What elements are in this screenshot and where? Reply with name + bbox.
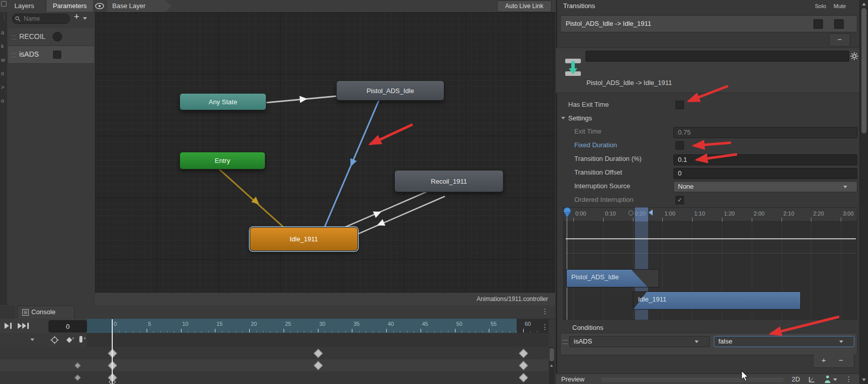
axis-gizmo-icon[interactable] bbox=[808, 376, 815, 383]
scroll-up-icon[interactable] bbox=[550, 364, 553, 367]
timeline-tick-mark bbox=[603, 218, 604, 222]
preview-bar[interactable]: Preview 2D ⋮ bbox=[556, 373, 859, 384]
dopesheet-row[interactable] bbox=[0, 359, 549, 372]
curves-dropdown-icon[interactable] bbox=[30, 338, 34, 341]
playhead-pin-icon[interactable] bbox=[562, 206, 572, 219]
add-keyframe-icon[interactable]: + bbox=[66, 336, 75, 344]
drag-handle-icon[interactable] bbox=[11, 35, 16, 39]
panel-menu-dots-icon[interactable]: ⋮ bbox=[541, 307, 549, 315]
inspector-scrollbar[interactable] bbox=[859, 0, 868, 384]
scrollbar-thumb[interactable] bbox=[550, 348, 554, 361]
timeline-tick-mark bbox=[841, 218, 841, 222]
state-node-label: Any State bbox=[209, 98, 237, 106]
anim-tick-mark bbox=[153, 331, 154, 332]
tab-layers[interactable]: Layers bbox=[4, 0, 44, 12]
timeline-tick-mark bbox=[692, 218, 693, 222]
avatar-dropdown-icon[interactable] bbox=[833, 378, 837, 381]
eye-icon[interactable] bbox=[95, 3, 104, 10]
anim-playhead-line[interactable] bbox=[112, 319, 113, 384]
condition-drag-handle-icon[interactable] bbox=[563, 340, 568, 344]
dopesheet-row[interactable] bbox=[0, 347, 549, 360]
dopesheet-row[interactable] bbox=[0, 371, 549, 384]
interruption-source-dropdown[interactable]: None bbox=[673, 181, 857, 192]
transition-duration-label: Transition Duration (%) bbox=[574, 155, 642, 162]
exit-time-field[interactable]: 0.75 bbox=[673, 127, 857, 138]
dopesheet-scrollbar[interactable] bbox=[549, 347, 555, 384]
timeline-playhead-line[interactable] bbox=[567, 215, 567, 320]
fixed-duration-checkbox[interactable] bbox=[675, 141, 684, 150]
add-parameter-button[interactable]: + bbox=[74, 11, 79, 22]
solo-checkbox[interactable] bbox=[813, 19, 823, 29]
mute-checkbox[interactable] bbox=[834, 19, 844, 29]
transition-range-band-ruler bbox=[635, 207, 648, 222]
settings-label[interactable]: Settings bbox=[568, 114, 592, 122]
parameter-row-isads[interactable]: isADS bbox=[8, 46, 94, 64]
chevron-down-icon[interactable] bbox=[695, 340, 699, 343]
has-exit-time-checkbox[interactable] bbox=[675, 101, 684, 109]
tab-console[interactable]: Console bbox=[17, 306, 75, 319]
condition-value-dropdown[interactable]: false bbox=[714, 336, 854, 347]
anim-tick-mark bbox=[434, 331, 435, 332]
add-event-icon[interactable]: + bbox=[78, 335, 87, 344]
ruler-menu-dots-icon[interactable]: ⋮ bbox=[541, 323, 549, 331]
add-condition-button[interactable]: + bbox=[821, 356, 826, 364]
range-handle-icon[interactable] bbox=[649, 209, 653, 216]
chevron-down-icon[interactable] bbox=[843, 186, 847, 188]
destination-clip-label: Idle_1911 bbox=[638, 295, 666, 303]
auto-live-link-button[interactable]: Auto Live Link bbox=[497, 1, 552, 12]
state-node-pistol-ads-idle[interactable]: Pistol_ADS_Idle bbox=[336, 80, 444, 101]
parameter-search-input[interactable] bbox=[12, 14, 70, 24]
anim-tick-mark bbox=[160, 331, 161, 332]
ruler-prezero bbox=[87, 319, 112, 333]
drag-handle-icon[interactable] bbox=[11, 53, 16, 57]
condition-parameter-dropdown[interactable]: isADS bbox=[569, 336, 710, 347]
current-frame-field[interactable] bbox=[49, 320, 87, 332]
scrollbar-thumb[interactable] bbox=[861, 8, 866, 134]
preview-menu-dots-icon[interactable]: ⋮ bbox=[845, 375, 852, 383]
scroll-up-icon[interactable] bbox=[862, 3, 866, 6]
last-frame-button[interactable] bbox=[17, 322, 30, 329]
anim-tick-mark bbox=[256, 331, 257, 332]
anim-tick-mark bbox=[263, 331, 263, 332]
window-corner-icon bbox=[1, 1, 7, 7]
animator-graph-canvas[interactable] bbox=[95, 12, 555, 305]
timeline-tick-mark bbox=[573, 218, 574, 222]
filter-selection-icon[interactable] bbox=[51, 336, 59, 344]
has-exit-time-label: Has Exit Time bbox=[568, 101, 609, 108]
chevron-down-icon[interactable] bbox=[839, 340, 843, 343]
state-node-entry[interactable]: Entry bbox=[179, 152, 265, 169]
settings-foldout-icon[interactable] bbox=[561, 117, 565, 119]
parameter-row-recoil[interactable]: RECOIL bbox=[8, 28, 94, 46]
preview-drag-grip[interactable] bbox=[602, 378, 784, 381]
tab-parameters[interactable]: Parameters bbox=[47, 0, 93, 12]
anim-tick-label: 0 bbox=[114, 321, 117, 327]
breadcrumb-base-layer[interactable]: Base Layer bbox=[107, 0, 172, 12]
state-node-any-state[interactable]: Any State bbox=[179, 93, 266, 110]
bool-checkbox[interactable] bbox=[53, 51, 61, 59]
search-input[interactable] bbox=[23, 15, 68, 23]
next-frame-button[interactable] bbox=[4, 322, 13, 329]
state-node-label: Pistol_ADS_Idle bbox=[367, 87, 414, 95]
ordered-interruption-checkbox[interactable]: ✓ bbox=[675, 196, 684, 204]
trigger-radio[interactable] bbox=[53, 32, 62, 41]
hidden-tab-stub[interactable] bbox=[0, 306, 15, 319]
gear-icon[interactable] bbox=[850, 52, 858, 60]
transition-offset-field[interactable]: 0 bbox=[673, 168, 857, 179]
remove-transition-button[interactable]: − bbox=[829, 33, 850, 47]
preview-2d-button[interactable]: 2D bbox=[792, 375, 800, 383]
transition-duration-field[interactable]: 0.1 bbox=[673, 154, 857, 165]
anim-tick-mark bbox=[304, 331, 304, 332]
transition-name-field[interactable] bbox=[585, 51, 849, 62]
avatar-icon[interactable] bbox=[824, 375, 831, 383]
state-node-recoil-1911[interactable]: Recoil_1911 bbox=[394, 170, 504, 192]
anim-tick-mark bbox=[284, 329, 284, 332]
add-parameter-dropdown-icon[interactable] bbox=[83, 17, 87, 20]
anim-tick-label: 5 bbox=[148, 321, 151, 327]
state-node-idle-1911[interactable]: Idle_1911 bbox=[250, 227, 358, 251]
remove-condition-button[interactable]: − bbox=[839, 356, 843, 364]
transition-list-item[interactable]: Pistol_ADS_Idle -> Idle_1911 bbox=[560, 15, 857, 32]
anim-tick-mark bbox=[414, 331, 414, 332]
timeline-tick-label: 2:20 bbox=[813, 210, 824, 217]
scroll-down-icon[interactable] bbox=[862, 378, 866, 381]
state-node-label: Idle_1911 bbox=[290, 235, 318, 243]
